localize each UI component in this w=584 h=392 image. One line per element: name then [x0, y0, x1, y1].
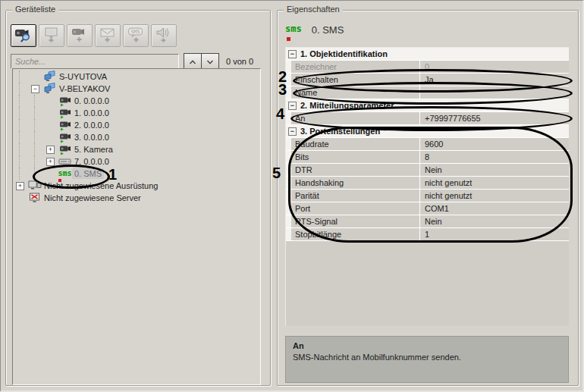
- tree-item-nicht-zugewiesene-server[interactable]: Nicht zugewiesene Server: [13, 192, 260, 204]
- property-row-stopbitl-nge[interactable]: Stopbitlänge1: [286, 228, 569, 241]
- collapse-icon[interactable]: −: [288, 127, 297, 136]
- tree-indent: [19, 155, 31, 168]
- search-next-button[interactable]: [201, 53, 219, 70]
- camera-plus-icon: [71, 27, 89, 45]
- row-gutter: [286, 112, 291, 124]
- tree-indent: [34, 143, 46, 155]
- property-description: An SMS-Nachricht an Mobilfunknummer send…: [285, 336, 569, 383]
- monitor-plus-icon: [42, 27, 61, 45]
- sms-icon: sms: [285, 24, 302, 34]
- workstation-icon: [42, 71, 57, 83]
- description-text: SMS-Nachricht an Mobilfunknummer senden.: [293, 353, 561, 362]
- property-value[interactable]: Ja: [420, 74, 569, 86]
- tree-indent: [34, 95, 46, 107]
- property-label: Name: [291, 86, 420, 99]
- property-value: 0: [420, 61, 569, 73]
- property-value[interactable]: nicht genutzt: [420, 190, 569, 202]
- collapse-icon[interactable]: −: [288, 102, 297, 110]
- app-window: Geräteliste SMS 0 von 0 S-UYUTOVA−V-BELY…: [0, 0, 584, 392]
- section-title: 2. Mitteilungsparameter: [300, 101, 394, 110]
- row-gutter: [286, 138, 291, 150]
- expand-icon[interactable]: +: [46, 146, 55, 154]
- tree-item-0-sms[interactable]: sms0. SMS: [13, 168, 260, 180]
- property-value[interactable]: 1: [420, 228, 569, 240]
- property-value[interactable]: 8: [420, 151, 569, 163]
- search-input[interactable]: [11, 54, 179, 69]
- property-row-name[interactable]: Name: [286, 86, 569, 99]
- property-grid: −1. ObjektidentifikationBezeichner0Einsc…: [285, 47, 569, 326]
- device-tree[interactable]: S-UYUTOVA−V-BELYAKOV0. 0.0.0.01. 0.0.0.0…: [12, 68, 261, 385]
- row-gutter: [286, 190, 291, 202]
- tree-item-1-0-0-0-0[interactable]: 1. 0.0.0.0: [13, 107, 260, 119]
- tree-item-label: 2. 0.0.0.0: [72, 120, 111, 130]
- property-row-baudrate[interactable]: Baudrate9600: [286, 138, 569, 151]
- property-row-an[interactable]: An+79997776655: [286, 112, 569, 125]
- tree-indent: [19, 71, 31, 83]
- camera-icon: [58, 120, 72, 131]
- property-label: Parität: [291, 190, 420, 202]
- tree-indent: [19, 131, 31, 143]
- collapse-icon[interactable]: −: [288, 50, 297, 58]
- property-section-3[interactable]: −3. Porteinstellungen: [286, 125, 569, 138]
- tree-item-3-0-0-0-0[interactable]: 3. 0.0.0.0: [13, 131, 260, 143]
- tree-indent: [19, 168, 31, 180]
- row-gutter: [286, 86, 291, 99]
- property-label: Bits: [291, 151, 420, 163]
- tree-item-v-belyakov[interactable]: −V-BELYAKOV: [13, 83, 260, 95]
- expand-icon[interactable]: +: [46, 158, 55, 166]
- property-value[interactable]: Nein: [420, 164, 569, 176]
- tree-indent: [34, 155, 46, 168]
- property-row-bits[interactable]: Bits8: [286, 151, 569, 164]
- search-prev-button[interactable]: [184, 53, 202, 70]
- tree-item-5-kamera[interactable]: +5. Kamera: [13, 143, 260, 155]
- device-list-panel: Geräteliste SMS 0 von 0 S-UYUTOVA−V-BELY…: [5, 10, 271, 386]
- tree-indent: [19, 83, 31, 95]
- property-row-handshaking[interactable]: Handshakingnicht genutzt: [286, 177, 569, 190]
- property-section-1[interactable]: −1. Objektidentifikation: [286, 48, 569, 61]
- tree-item-label: 5. Kamera: [72, 144, 115, 155]
- tree-indent: [19, 95, 31, 107]
- camera-icon: [58, 144, 72, 155]
- row-gutter: [286, 74, 291, 86]
- property-value[interactable]: Nein: [420, 215, 569, 227]
- property-value[interactable]: COM1: [420, 202, 569, 215]
- properties-title: Eigenschaften: [284, 5, 343, 14]
- property-value[interactable]: 9600: [420, 138, 569, 150]
- expand-icon[interactable]: +: [16, 182, 24, 190]
- property-value[interactable]: +79997776655: [420, 112, 569, 124]
- tree-item-2-0-0-0-0[interactable]: 2. 0.0.0.0: [13, 119, 260, 131]
- property-label: DTR: [291, 164, 420, 176]
- tree-item-label: 7. 0.0.0.0: [72, 156, 111, 167]
- search-devices-button[interactable]: [11, 24, 36, 47]
- properties-panel: Eigenschaften sms 0. SMS −1. Objektident…: [277, 10, 579, 386]
- tree-item-nicht-zugewiesene-ausr-stung[interactable]: +Nicht zugewiesene Ausrüstung: [13, 180, 260, 192]
- collapse-icon[interactable]: −: [31, 85, 39, 93]
- tree-indent: [34, 107, 46, 119]
- property-value[interactable]: [420, 86, 569, 99]
- property-section-2[interactable]: −2. Mitteilungsparameter: [286, 99, 569, 112]
- camera-icon: [58, 132, 72, 143]
- tree-item-7-0-0-0-0[interactable]: +7. 0.0.0.0: [13, 155, 260, 168]
- property-row-rts-signal[interactable]: RTS-SignalNein: [286, 215, 569, 228]
- row-gutter: [286, 164, 291, 176]
- property-row-parit-t[interactable]: Paritätnicht genutzt: [286, 190, 569, 202]
- property-row-port[interactable]: PortCOM1: [286, 202, 569, 215]
- chevron-up-icon: [189, 56, 196, 67]
- add-monitor-button[interactable]: [39, 24, 64, 47]
- tree-item-0-0-0-0-0[interactable]: 0. 0.0.0.0: [13, 95, 260, 107]
- property-row-dtr[interactable]: DTRNein: [286, 164, 569, 177]
- property-label: Einschalten: [291, 74, 420, 86]
- tree-item-s-uyutova[interactable]: S-UYUTOVA: [13, 71, 260, 83]
- search-result-counter: 0 von 0: [226, 57, 253, 66]
- add-camera-button[interactable]: [67, 24, 93, 47]
- property-row-einschalten[interactable]: EinschaltenJa: [286, 74, 569, 86]
- add-audio-button[interactable]: [151, 24, 177, 47]
- add-mail-button[interactable]: [95, 24, 121, 47]
- row-gutter: [286, 215, 291, 227]
- board-icon: [58, 157, 72, 166]
- property-value[interactable]: nicht genutzt: [420, 177, 569, 189]
- device-list-title: Geräteliste: [12, 5, 58, 14]
- camera-icon: [58, 108, 72, 119]
- add-sms-button[interactable]: SMS: [123, 24, 149, 47]
- sms-icon: sms: [58, 170, 72, 177]
